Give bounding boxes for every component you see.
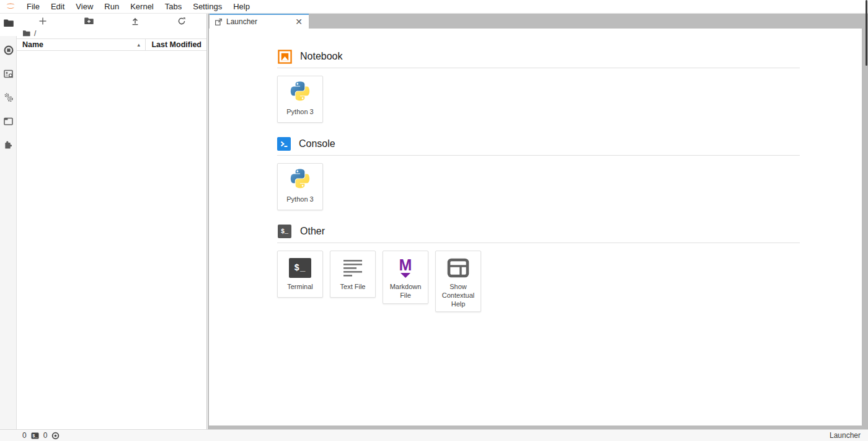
running-sessions-status[interactable]: 0 $_ 0 <box>22 431 60 440</box>
launcher-section-notebook: Notebook <box>277 49 800 123</box>
status-bar: 0 $_ 0 Launcher <box>0 429 868 441</box>
file-list-header: Name ▴ Last Modified <box>17 38 206 51</box>
kernels-count: 0 <box>43 431 48 440</box>
file-browser-panel: / Name ▴ Last Modified <box>17 14 207 429</box>
tab-close-icon[interactable]: ✕ <box>294 17 304 26</box>
svg-text:$_: $_ <box>32 434 38 439</box>
menu-view[interactable]: View <box>70 0 99 13</box>
upload-button[interactable] <box>128 15 143 27</box>
section-title: Other <box>300 226 325 237</box>
main-dock-panel: Launcher ✕ Noteboo <box>208 14 868 429</box>
folder-icon <box>4 19 14 27</box>
menu-help[interactable]: Help <box>228 0 255 13</box>
sort-ascending-icon[interactable]: ▴ <box>137 42 145 48</box>
menu-file[interactable]: File <box>21 0 45 13</box>
column-header-last-modified[interactable]: Last Modified <box>145 39 206 50</box>
breadcrumb: / <box>17 28 206 38</box>
section-divider <box>277 243 800 243</box>
other-terminal-icon: $_ <box>277 224 292 239</box>
new-folder-icon <box>84 17 94 25</box>
active-widget-status: Launcher <box>830 431 861 440</box>
jupyterlab-window: File Edit View Run Kernel Tabs Settings … <box>0 0 868 441</box>
inspector-card-icon <box>4 69 14 79</box>
window-scrollbar-thumb[interactable] <box>866 0 867 66</box>
menu-settings[interactable]: Settings <box>187 0 228 13</box>
section-title: Notebook <box>300 51 343 62</box>
refresh-button[interactable] <box>174 15 189 27</box>
launcher-card-notebook-python3[interactable]: Python 3 <box>277 76 323 123</box>
terminal-icon: $_ <box>289 256 311 280</box>
section-title: Console <box>299 138 335 149</box>
launcher-card-show-contextual-help[interactable]: Show Contextual Help <box>435 251 481 312</box>
card-label: Terminal <box>287 283 313 292</box>
python-icon <box>288 169 312 192</box>
stop-circle-icon <box>4 45 14 55</box>
launcher-card-markdown-file[interactable]: M Markdown File <box>383 251 428 304</box>
new-folder-button[interactable] <box>82 15 97 27</box>
python-icon <box>288 81 312 105</box>
breadcrumb-root[interactable]: / <box>34 29 36 38</box>
launcher-card-text-file[interactable]: Text File <box>330 251 376 298</box>
menu-run[interactable]: Run <box>99 0 125 13</box>
column-header-name[interactable]: Name ▴ <box>17 39 145 50</box>
launcher-section-console: Console Python 3 <box>277 136 800 210</box>
console-icon <box>277 137 291 151</box>
sidebar-item-file-browser[interactable] <box>0 14 17 32</box>
launcher-card-console-python3[interactable]: Python 3 <box>277 163 323 210</box>
jupyter-logo-icon <box>4 2 17 11</box>
text-file-icon <box>342 256 364 280</box>
new-launcher-button[interactable] <box>35 15 50 27</box>
notebook-icon <box>277 49 292 64</box>
sidebar-item-extension-manager[interactable] <box>0 135 17 154</box>
sidebar-item-running-sessions[interactable] <box>0 41 17 60</box>
left-sidebar <box>0 14 17 429</box>
card-label: Markdown File <box>385 283 426 300</box>
kernel-status-icon <box>51 432 60 440</box>
file-list-empty[interactable] <box>17 51 206 429</box>
card-label: Text File <box>340 283 366 292</box>
tab-launcher[interactable]: Launcher ✕ <box>210 14 309 29</box>
tab-label: Launcher <box>226 17 290 26</box>
file-browser-toolbar <box>17 14 206 28</box>
tab-bar: Launcher ✕ <box>208 14 868 29</box>
upload-icon <box>131 17 140 25</box>
section-divider <box>277 155 800 156</box>
menu-tabs[interactable]: Tabs <box>159 0 187 13</box>
menu-edit[interactable]: Edit <box>45 0 70 13</box>
contextual-help-icon <box>447 256 469 280</box>
launcher-card-terminal[interactable]: $_ Terminal <box>277 251 323 298</box>
home-folder-icon[interactable] <box>22 30 30 37</box>
launcher-section-other: $_ Other $_ Terminal <box>277 224 800 312</box>
refresh-icon <box>177 17 186 25</box>
menu-kernel[interactable]: Kernel <box>125 0 159 13</box>
menu-bar: File Edit View Run Kernel Tabs Settings … <box>0 0 868 14</box>
sidebar-item-property-inspector[interactable] <box>0 65 17 83</box>
card-label: Python 3 <box>286 195 313 204</box>
puzzle-icon <box>4 140 13 149</box>
window-panel-icon <box>4 117 13 125</box>
terminal-status-icon: $_ <box>31 432 39 439</box>
sidebar-item-open-tabs[interactable] <box>0 112 17 130</box>
terminals-count: 0 <box>22 431 27 440</box>
launcher-panel: Notebook <box>209 29 862 425</box>
plus-icon <box>38 17 47 25</box>
markdown-icon: M <box>394 256 417 280</box>
svg-text:M: M <box>399 257 412 274</box>
gears-icon <box>4 92 14 102</box>
sidebar-item-gears-panel[interactable] <box>0 88 17 107</box>
launcher-tab-icon <box>215 18 223 26</box>
card-label: Python 3 <box>286 108 313 117</box>
card-label: Show Contextual Help <box>438 283 479 308</box>
section-divider <box>277 68 800 68</box>
